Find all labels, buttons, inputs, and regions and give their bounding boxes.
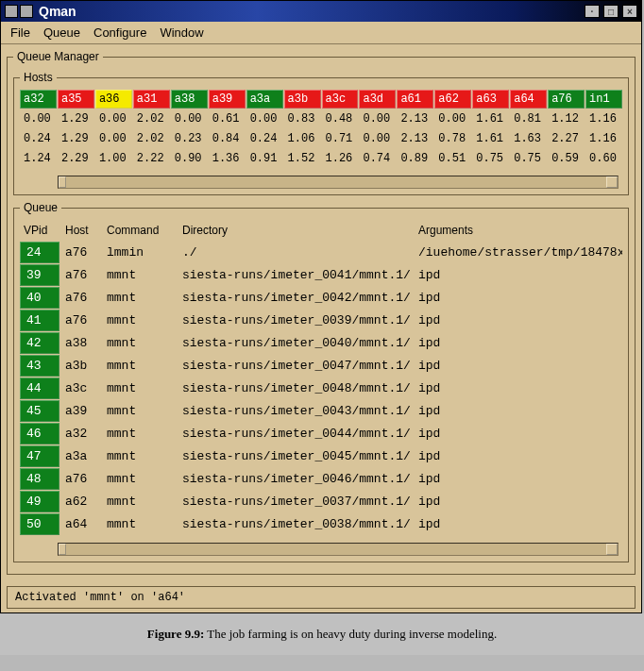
host-in1[interactable]: in1: [585, 90, 622, 109]
vpid-cell[interactable]: 41: [20, 310, 59, 331]
vpid-cell[interactable]: 24: [20, 242, 59, 263]
queue-hscrollbar[interactable]: [58, 543, 619, 556]
queue-row[interactable]: 49a62mmntsiesta-runs/imeter_0037/mmnt.1/…: [20, 490, 622, 512]
load-value: 2.27: [548, 129, 585, 148]
queue-row[interactable]: 48a76mmntsiesta-runs/imeter_0046/mmnt.1/…: [20, 467, 622, 490]
scrollbar-right-arrow-icon[interactable]: [606, 544, 618, 555]
vpid-cell[interactable]: 44: [20, 377, 59, 399]
window-menu-icon[interactable]: [5, 5, 18, 18]
load-value: 0.00: [246, 109, 283, 128]
queue-row[interactable]: 50a64mmntsiesta-runs/imeter_0038/mmnt.1/…: [20, 512, 622, 535]
menu-queue[interactable]: Queue: [43, 25, 80, 40]
close-button[interactable]: ×: [622, 5, 637, 18]
command-cell: mmnt: [103, 266, 178, 284]
directory-cell: siesta-runs/imeter_0044/mmnt.1/: [178, 425, 415, 443]
host-a3a[interactable]: a3a: [246, 90, 283, 109]
load-value: 0.75: [510, 149, 547, 168]
queue-row[interactable]: 40a76mmntsiesta-runs/imeter_0042/mmnt.1/…: [20, 286, 622, 309]
host-cell: a76: [61, 266, 103, 284]
host-cell: a76: [61, 243, 103, 261]
host-cell: a64: [61, 515, 103, 533]
app-window: Qman · □ × File Queue Configure Window Q…: [0, 0, 642, 613]
load-value: 0.71: [322, 129, 359, 148]
host-a38[interactable]: a38: [171, 90, 208, 109]
load-value: 0.81: [510, 109, 547, 128]
maximize-button[interactable]: □: [603, 5, 619, 18]
host-a3c[interactable]: a3c: [322, 90, 359, 109]
arguments-cell: ipd: [415, 311, 622, 329]
load-value: 0.59: [548, 149, 585, 168]
host-a64[interactable]: a64: [510, 90, 547, 109]
directory-cell: siesta-runs/imeter_0037/mmnt.1/: [178, 493, 415, 511]
command-cell: mmnt: [103, 493, 178, 511]
host-cell: a3c: [61, 379, 103, 397]
menu-configure[interactable]: Configure: [93, 25, 146, 40]
load-value: 0.78: [434, 129, 471, 148]
load-value: 0.48: [322, 109, 359, 128]
load-value: 1.06: [284, 129, 321, 148]
vpid-cell[interactable]: 47: [20, 445, 59, 467]
load-value: 0.90: [171, 149, 208, 168]
queue-group: Queue VPid Host Command Directory Argume…: [13, 201, 629, 562]
load-value: 2.13: [397, 129, 433, 148]
load-value: 1.36: [209, 149, 246, 168]
directory-cell: siesta-runs/imeter_0045/mmnt.1/: [178, 447, 415, 465]
pin-icon[interactable]: [20, 5, 33, 18]
host-cell: a62: [61, 493, 103, 511]
host-a76[interactable]: a76: [548, 90, 585, 109]
host-a3b[interactable]: a3b: [284, 90, 321, 109]
arguments-cell: ipd: [415, 402, 622, 420]
scrollbar-thumb[interactable]: [59, 544, 66, 555]
directory-cell: siesta-runs/imeter_0040/mmnt.1/: [178, 334, 415, 352]
titlebar[interactable]: Qman · □ ×: [1, 1, 641, 22]
vpid-cell[interactable]: 45: [20, 400, 59, 422]
queue-header-row: VPid Host Command Directory Arguments: [20, 220, 622, 241]
load-value: 0.00: [95, 129, 132, 148]
queue-row[interactable]: 39a76mmntsiesta-runs/imeter_0041/mmnt.1/…: [20, 263, 622, 286]
load-value: 1.12: [548, 109, 585, 128]
host-a61[interactable]: a61: [397, 90, 433, 109]
load-value: 0.00: [171, 109, 208, 128]
host-a32[interactable]: a32: [20, 90, 57, 109]
load-value: 1.29: [58, 129, 94, 148]
host-a62[interactable]: a62: [434, 90, 471, 109]
queue-row[interactable]: 24a76lmmin.//iuehome/strasser/tmp/18478x…: [20, 241, 622, 263]
vpid-cell[interactable]: 46: [20, 423, 59, 445]
queue-row[interactable]: 42a38mmntsiesta-runs/imeter_0040/mmnt.1/…: [20, 331, 622, 354]
minimize-button[interactable]: ·: [585, 5, 600, 18]
load-value: 0.84: [209, 129, 246, 148]
host-a35[interactable]: a35: [58, 90, 94, 109]
vpid-cell[interactable]: 42: [20, 332, 59, 354]
host-a36[interactable]: a36: [95, 90, 132, 109]
queue-row[interactable]: 47a3ammntsiesta-runs/imeter_0045/mmnt.1/…: [20, 445, 622, 467]
vpid-cell[interactable]: 48: [20, 468, 59, 490]
hosts-hscrollbar[interactable]: [58, 176, 619, 189]
load-value: 1.16: [585, 109, 622, 128]
vpid-cell[interactable]: 50: [20, 513, 59, 535]
menu-window[interactable]: Window: [160, 25, 203, 40]
queue-row[interactable]: 44a3cmmntsiesta-runs/imeter_0048/mmnt.1/…: [20, 377, 622, 399]
scrollbar-thumb[interactable]: [59, 176, 66, 188]
vpid-cell[interactable]: 40: [20, 287, 59, 309]
vpid-cell[interactable]: 43: [20, 355, 59, 377]
queue-row[interactable]: 41a76mmntsiesta-runs/imeter_0039/mmnt.1/…: [20, 309, 622, 331]
queue-row[interactable]: 43a3bmmntsiesta-runs/imeter_0047/mmnt.1/…: [20, 354, 622, 377]
host-a3d[interactable]: a3d: [359, 90, 396, 109]
scrollbar-right-arrow-icon[interactable]: [606, 176, 618, 188]
load-value: 2.29: [58, 149, 94, 168]
vpid-cell[interactable]: 49: [20, 491, 59, 512]
host-a39[interactable]: a39: [209, 90, 246, 109]
command-cell: mmnt: [103, 470, 178, 488]
menu-file[interactable]: File: [10, 25, 30, 40]
load-value: 1.63: [510, 129, 547, 148]
command-cell: mmnt: [103, 515, 178, 533]
load-value: 0.24: [246, 129, 283, 148]
vpid-cell[interactable]: 39: [20, 264, 59, 286]
arguments-cell: ipd: [415, 266, 622, 284]
load-value: 2.22: [133, 149, 170, 168]
queue-row[interactable]: 45a39mmntsiesta-runs/imeter_0043/mmnt.1/…: [20, 399, 622, 422]
host-a63[interactable]: a63: [472, 90, 509, 109]
load-value: 0.00: [20, 109, 57, 128]
queue-row[interactable]: 46a32mmntsiesta-runs/imeter_0044/mmnt.1/…: [20, 422, 622, 445]
host-a31[interactable]: a31: [133, 90, 170, 109]
